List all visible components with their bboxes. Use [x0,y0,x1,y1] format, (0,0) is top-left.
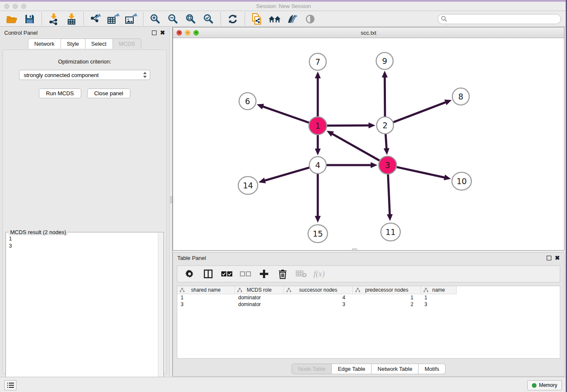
mcds-result-text[interactable]: 1 3 [6,235,158,389]
close-panel-button[interactable]: Close panel [87,88,131,98]
open-file-button[interactable] [5,13,19,25]
clone-network-button[interactable] [250,13,264,25]
table-body: 1dominator4113dominator323 [177,294,560,308]
delete-table-button[interactable] [295,268,308,280]
table-panel-title: Table Panel [177,255,206,261]
close-table-panel-button[interactable]: ✖ [555,256,560,260]
horizontal-splitter-handle[interactable] [352,248,357,251]
network-minimize-button[interactable]: − [185,30,190,36]
edge-3-1[interactable] [332,134,380,161]
zoom-in-icon [150,14,161,25]
column-header-name[interactable]: name [421,286,457,294]
column-header-MCDS-role[interactable]: MCDS role [235,286,284,294]
save-session-button[interactable] [22,13,37,25]
close-panel-icon-button[interactable]: ✖ [160,30,165,35]
function-builder-button[interactable]: f(x) [314,269,325,279]
toggle-graphics-details-button[interactable] [303,13,317,25]
tab-select[interactable]: Select [85,39,113,49]
column-header-label: shared name [191,287,220,293]
zoom-selected-button[interactable] [201,13,216,25]
table-cell[interactable]: 3 [421,301,457,308]
table-cell[interactable]: 4 [284,294,353,301]
criterion-dropdown[interactable]: strongly connected component [19,70,150,80]
column-header-shared-name[interactable]: shared name [177,286,235,294]
table-settings-button[interactable] [183,268,196,280]
tab-style[interactable]: Style [61,39,85,49]
import-network-button[interactable] [47,13,61,25]
table-cell[interactable]: 1 [421,294,457,301]
refresh-view-button[interactable] [226,13,240,25]
search-input[interactable] [449,16,561,22]
export-image-button[interactable] [124,13,138,25]
table-cell[interactable]: 2 [353,301,421,308]
run-mcds-button[interactable]: Run MCDS [39,88,81,98]
table-tabs: Node Table Edge Table Network Table Moti… [173,364,564,374]
edge-1-6[interactable] [262,106,309,123]
float-table-panel-button[interactable] [547,256,551,260]
edge-2-8[interactable] [394,102,446,122]
table-row[interactable]: 3dominator323 [177,301,560,308]
edge-2-9[interactable] [385,77,385,116]
deselect-all-button[interactable] [239,268,252,280]
tab-network[interactable]: Network [28,39,61,49]
export-network-button[interactable] [88,13,103,25]
mcds-result-group: MCDS result (2 nodes) 1 3 [6,232,164,390]
add-row-button[interactable] [258,268,270,280]
edge-3-11[interactable] [388,174,390,215]
select-all-button[interactable] [220,268,233,280]
node-table[interactable]: shared nameMCDS rolesuccessor nodesprede… [177,286,560,359]
float-panel-button[interactable] [152,30,157,35]
table-cell[interactable]: dominator [235,301,284,308]
table-cell[interactable]: 3 [284,301,353,308]
table-cell[interactable]: 1 [353,294,421,301]
table-header-row: shared nameMCDS rolesuccessor nodesprede… [177,286,560,294]
import-table-button[interactable] [64,13,79,25]
edge-4-14[interactable] [264,168,309,181]
network-close-button[interactable]: ✕ [176,30,182,36]
memory-button[interactable]: Memory [527,380,562,390]
edge-1-2[interactable] [327,125,369,126]
graph-node-label-8: 8 [458,92,463,101]
network-maximize-button[interactable]: + [193,30,199,36]
refresh-icon [227,14,238,25]
table-cell[interactable]: 1 [177,294,235,301]
network-canvas[interactable]: 7968124314101511 [173,38,564,250]
table-toolbar: f(x) [177,265,560,282]
show-columns-button[interactable] [202,268,215,280]
table-row[interactable]: 1dominator411 [177,294,560,301]
delete-row-button[interactable] [276,268,289,280]
column-type-icon [286,288,291,292]
tab-network-table[interactable]: Network Table [372,364,418,374]
export-table-button[interactable] [106,13,121,25]
tab-motifs[interactable]: Motifs [418,364,446,374]
tab-mcds[interactable]: MCDS [113,39,141,49]
tab-edge-table[interactable]: Edge Table [332,364,372,374]
edge-2-3[interactable] [385,134,386,149]
column-header-label: successor nodes [299,287,337,293]
column-header-predecessor-nodes[interactable]: predecessor nodes [353,286,421,294]
splitter-handle[interactable] [170,196,172,203]
graph-node-label-9: 9 [382,56,387,66]
table-panel: Table Panel ✖ f(x) shared nameMCDS ro [173,252,564,377]
show-task-history-button[interactable] [4,380,17,390]
search-field[interactable] [438,14,561,24]
result-scrollbar[interactable] [158,233,163,389]
vertical-splitter[interactable] [169,27,173,376]
gear-icon [185,269,194,279]
columns-icon [204,269,213,279]
apply-style-button[interactable] [285,13,300,25]
zoom-in-button[interactable] [148,13,162,25]
table-cell[interactable]: dominator [235,294,284,301]
table-cell[interactable]: 3 [177,301,235,308]
network-graph[interactable]: 7968124314101511 [173,38,564,250]
zoom-out-button[interactable] [166,13,180,25]
edge-3-10[interactable] [396,167,445,178]
memory-status-dot [532,383,537,388]
column-type-icon [355,288,360,292]
show-all-networks-button[interactable] [267,13,282,25]
column-header-successor-nodes[interactable]: successor nodes [284,286,353,294]
graph-node-label-10: 10 [457,177,467,186]
zoom-fit-button[interactable] [184,13,198,25]
tab-node-table[interactable]: Node Table [292,364,332,374]
search-icon [441,16,447,22]
